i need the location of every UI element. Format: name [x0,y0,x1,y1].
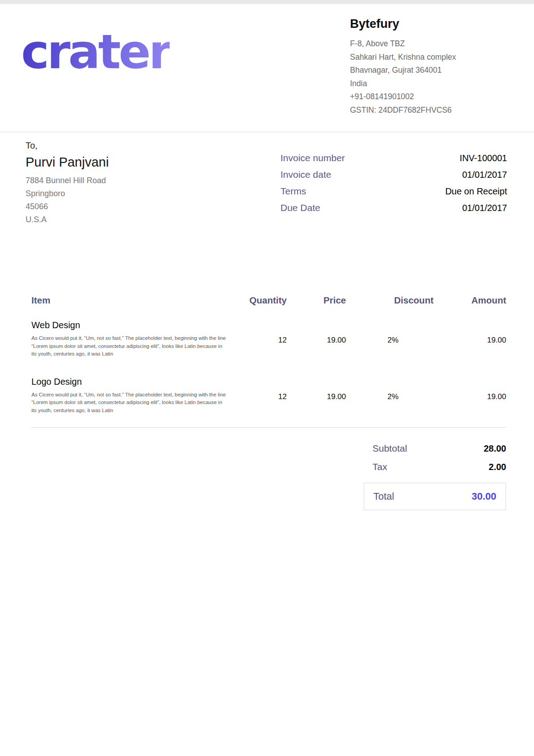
customer-address-line: Springboro [26,187,109,200]
items-table: Item Quantity Price Discount Amount Web … [31,295,506,428]
invoice-date-value: 01/01/2017 [462,170,507,180]
company-address-line: Sahkari Hart, Krishna complex [350,51,477,64]
bill-to-block: To, Purvi Panjvani 7884 Bunnel Hill Road… [26,141,109,226]
item-description: As Cicero would put it, “Um, not so fast… [31,391,228,415]
tax-row: Tax 2.00 [363,462,506,472]
due-date-label: Due Date [280,202,320,213]
item-amount: 19.00 [433,315,506,358]
totals-section: Subtotal 28.00 Tax 2.00 Total 30.00 [363,443,506,510]
company-address-line: Bhavnagar, Gujrat 364001 [350,64,477,77]
subtotal-row: Subtotal 28.00 [363,443,506,454]
bill-to-label: To, [26,141,109,151]
item-discount: 2% [346,372,433,415]
total-label: Total [373,491,394,502]
items-table-header: Item Quantity Price Discount Amount [31,295,506,306]
item-description: As Cicero would put it, “Um, not so fast… [31,334,228,358]
item-price: 19.00 [287,315,346,358]
item-name: Logo Design [31,377,235,387]
company-phone: +91-08141901002 [350,90,477,104]
due-date-row: Due Date 01/01/2017 [280,202,507,213]
column-header-price: Price [287,295,346,306]
customer-address-line: 7884 Bunnel Hill Road [26,174,109,187]
invoice-meta-block: Invoice number INV-100001 Invoice date 0… [280,141,507,226]
invoice-date-label: Invoice date [280,169,331,180]
customer-address-line: U.S.A [26,213,109,226]
item-price: 19.00 [287,372,346,415]
column-header-amount: Amount [433,295,506,306]
total-box: Total 30.00 [363,483,506,510]
invoice-number-value: INV-100001 [460,153,507,163]
invoice-number-label: Invoice number [280,153,345,163]
terms-row: Terms Due on Receipt [280,186,507,197]
crater-logo: crater [21,26,170,79]
subtotal-value: 28.00 [484,444,506,454]
invoice-date-row: Invoice date 01/01/2017 [280,169,507,180]
terms-label: Terms [280,186,306,197]
billing-section: To, Purvi Panjvani 7884 Bunnel Hill Road… [0,132,534,226]
table-row: Logo Design As Cicero would put it, “Um,… [31,372,506,415]
item-cell: Web Design As Cicero would put it, “Um, … [31,315,235,358]
company-address-line: India [350,77,477,91]
customer-address-line: 45066 [26,200,109,213]
total-value: 30.00 [472,491,496,502]
table-bottom-divider [31,427,506,428]
column-header-quantity: Quantity [235,295,287,306]
invoice-number-row: Invoice number INV-100001 [280,153,507,163]
item-name: Web Design [31,320,235,330]
invoice-header: crater Bytefury F-8, Above TBZ Sahkari H… [0,0,534,132]
company-address-line: F-8, Above TBZ [350,37,477,51]
company-info: Bytefury F-8, Above TBZ Sahkari Hart, Kr… [350,17,477,117]
item-quantity: 12 [235,315,287,358]
tax-value: 2.00 [489,462,506,472]
terms-value: Due on Receipt [445,186,507,197]
table-row: Web Design As Cicero would put it, “Um, … [31,315,506,358]
column-header-item: Item [31,295,235,306]
page-top-edge [0,0,534,4]
item-cell: Logo Design As Cicero would put it, “Um,… [31,372,235,415]
tax-label: Tax [372,462,387,472]
column-header-discount: Discount [346,295,433,306]
company-name: Bytefury [350,17,477,31]
customer-name: Purvi Panjvani [26,155,109,170]
company-gstin: GSTIN: 24DDF7682FHVCS6 [350,104,477,117]
item-discount: 2% [346,315,433,358]
item-amount: 19.00 [433,372,506,415]
subtotal-label: Subtotal [372,443,407,454]
due-date-value: 01/01/2017 [462,203,507,213]
item-quantity: 12 [235,372,287,415]
